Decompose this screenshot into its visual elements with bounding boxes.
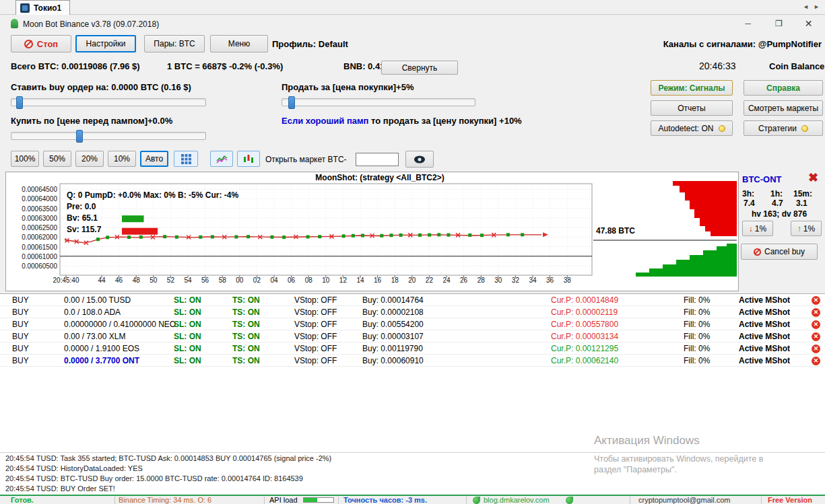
order-row[interactable]: BUY0.0000 / 1.9100 EOSSL: ONTS: ONVStop:… <box>0 343 825 355</box>
coin-balance-label[interactable]: Coin Balance <box>769 61 824 71</box>
sell-at-slider[interactable] <box>282 98 475 106</box>
sell-1pct-button[interactable]: ↓ 1% <box>742 221 773 236</box>
email-link[interactable]: cryptopumptool@gmail.com <box>638 496 731 504</box>
order-fill: Fill: 0% <box>684 308 710 317</box>
order-buy-price: Buy: 0.00554200 <box>362 320 424 329</box>
x-axis-label: 58 <box>219 277 226 284</box>
zoom-10-button[interactable]: 10% <box>108 151 136 167</box>
pairs-button[interactable]: Пары: BTC <box>144 35 205 52</box>
slider-thumb[interactable] <box>16 96 23 109</box>
stat-3h-label: 3h: <box>742 189 754 199</box>
order-cancel-icon[interactable]: ✕ <box>812 296 820 305</box>
candlestick-icon <box>243 154 254 164</box>
order-row[interactable]: BUY0.0000 / 3.7700 ONTSL: ONTS: ONVStop:… <box>0 355 825 367</box>
statusbar-divider <box>761 497 762 504</box>
slider-thumb[interactable] <box>76 130 83 143</box>
order-row[interactable]: BUY0.00000000 / 0.41000000 NEOSL: ONTS: … <box>0 318 825 330</box>
line-chart-button[interactable] <box>210 151 233 167</box>
order-row[interactable]: BUY0.00 / 15.00 TUSDSL: ONTS: ONVStop: O… <box>0 294 825 306</box>
good-pump-label: Если хороший памп то продать за [цену по… <box>282 116 522 126</box>
order-status: Active MShot <box>739 356 790 365</box>
buy-order-size-slider[interactable] <box>11 98 206 106</box>
buy-at-slider[interactable] <box>11 132 206 140</box>
autodetect-label: Autodetect: ON <box>658 124 713 133</box>
api-load-progressbar <box>303 497 334 503</box>
x-axis-label: 34 <box>529 277 536 284</box>
order-cancel-icon[interactable]: ✕ <box>812 308 820 317</box>
order-current-price: Cur.P: 0.00003134 <box>551 332 618 341</box>
market-watch-button[interactable] <box>405 151 434 168</box>
order-row[interactable]: BUY0.00 / 73.00 XLMSL: ONTS: ONVStop: OF… <box>0 330 825 343</box>
order-side: BUY <box>12 356 29 365</box>
good-pump-label-blue: Если хороший памп <box>282 116 368 126</box>
app-window: Токио1 ◄ ► Moon Bot Binance v3.78 (09.07… <box>0 0 825 504</box>
x-axis-label: 28 <box>477 277 485 284</box>
log-line: 20:45:54 TUSD: BUY Order SET! <box>5 484 825 495</box>
slider-thumb[interactable] <box>288 96 295 109</box>
order-row[interactable]: BUY0.0 / 108.0 ADASL: ONTS: ONVStop: OFF… <box>0 306 825 318</box>
zoom-100-button[interactable]: 100% <box>11 151 39 167</box>
lightbulb-icon <box>719 125 725 132</box>
close-market-icon[interactable]: ✖ <box>808 170 818 185</box>
settings-button[interactable]: Настройки <box>75 35 136 52</box>
order-amount: 0.00 / 15.00 TUSD <box>64 295 131 305</box>
stat-3h-value: 7.4 <box>744 199 755 208</box>
sell-at-label: Продать за [цена покупки]+5% <box>282 82 414 92</box>
order-amount: 0.0 / 108.0 ADA <box>64 308 121 317</box>
order-cancel-icon[interactable]: ✕ <box>812 357 820 365</box>
mode-signals-button[interactable]: Режим: Сигналы <box>651 80 733 96</box>
order-side: BUY <box>12 308 29 317</box>
strategies-button[interactable]: Стратегии <box>744 120 823 136</box>
btc-rate-label: 1 BTC = 6687$ -0.2% (-0.3%) <box>167 61 283 71</box>
candles-chart-button[interactable] <box>237 151 260 167</box>
chart-stats-line: Q: 0 PumpD: +0.0% Max: 0% B: -5% Cur: -4… <box>67 190 238 200</box>
signal-channels-label: Каналы с сигналами: <box>663 39 756 49</box>
order-current-price: Cur.P: 0.00121295 <box>551 344 618 353</box>
x-axis-label: 22 <box>426 277 433 284</box>
zoom-20-button[interactable]: 20% <box>75 151 104 167</box>
buy-1pct-button[interactable]: ↑ 1% <box>791 221 822 236</box>
statusbar-divider <box>264 497 265 504</box>
statusbar-divider <box>630 497 630 504</box>
tab-scroll-left-icon[interactable]: ◄ <box>803 3 809 10</box>
tab-scroll-right-icon[interactable]: ► <box>814 3 820 10</box>
y-axis-label: 0.00064000 <box>6 195 57 203</box>
statusbar-divider <box>466 497 467 504</box>
order-cancel-icon[interactable]: ✕ <box>812 320 820 329</box>
stat-1h-value: 4.7 <box>772 199 783 208</box>
order-status: Active MShot <box>739 308 790 317</box>
x-axis-label: 00 <box>236 277 243 284</box>
zoom-auto-button[interactable]: Авто <box>140 151 168 167</box>
order-current-price: Cur.P: 0.00062140 <box>551 356 618 365</box>
grid-view-button[interactable] <box>174 151 198 167</box>
close-button[interactable]: ✕ <box>793 15 824 32</box>
cancel-buy-button[interactable]: Cancel buy <box>741 244 818 260</box>
order-buy-price: Buy: 0.00002108 <box>362 308 424 317</box>
watch-markets-button[interactable]: Смотреть маркеты <box>744 100 823 116</box>
x-axis-label: 26 <box>460 277 467 284</box>
statusbar-divider <box>114 497 115 504</box>
stop-button[interactable]: Стоп <box>11 35 71 52</box>
order-side: BUY <box>12 295 29 305</box>
reports-button[interactable]: Отчеты <box>651 100 733 116</box>
order-cancel-icon[interactable]: ✕ <box>812 332 820 341</box>
active-pair-label: BTC-ONT <box>742 174 782 184</box>
order-cancel-icon[interactable]: ✕ <box>812 345 820 353</box>
zoom-50-button[interactable]: 50% <box>43 151 71 167</box>
collapse-button[interactable]: Свернуть <box>381 61 458 75</box>
maximize-button[interactable]: ❐ <box>764 15 794 32</box>
blog-link[interactable]: blog.dmkarelov.com <box>484 496 550 504</box>
minimize-button[interactable]: ─ <box>733 15 763 32</box>
autodetect-button[interactable]: Autodetect: ON <box>651 120 733 136</box>
order-side: BUY <box>12 320 29 329</box>
chart-panel: MoonShot: (strategy <All_BTC2>) Q: 0 Pum… <box>5 172 739 291</box>
tab-tokio1[interactable]: Токио1 <box>15 0 70 15</box>
order-stoploss: SL: ON <box>174 295 201 305</box>
buy-at-label: Купить по [цене перед пампом]+0.0% <box>11 116 172 126</box>
order-stoploss: SL: ON <box>174 356 201 365</box>
market-input[interactable] <box>356 153 399 166</box>
help-button[interactable]: Справка <box>744 80 823 96</box>
signal-channels-value[interactable]: @PumpNotifier <box>758 39 822 49</box>
order-status: Active MShot <box>739 344 790 353</box>
menu-button[interactable]: Меню <box>210 35 268 52</box>
